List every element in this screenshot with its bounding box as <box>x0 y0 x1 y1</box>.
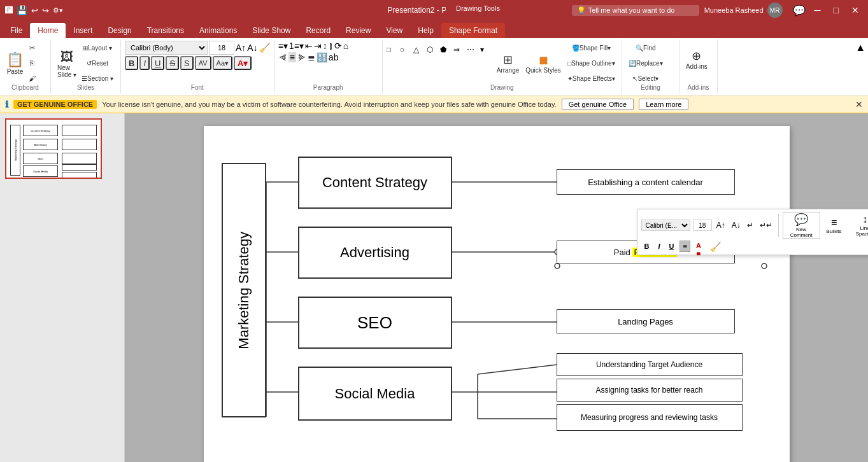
float-font-size[interactable] <box>693 220 712 231</box>
tab-help[interactable]: Help <box>410 23 441 38</box>
shadow-button[interactable]: S <box>180 56 194 70</box>
advertising-box[interactable]: Advertising <box>298 227 452 279</box>
float-line-spacing-btn[interactable]: ↕ Line Spacing <box>848 212 868 239</box>
float-new-comment-btn[interactable]: 💬 New Comment <box>783 212 820 239</box>
marketing-strategy-text: Marketing Strategy <box>236 232 252 349</box>
bold-button[interactable]: B <box>125 56 138 70</box>
get-genuine-button[interactable]: Get genuine Office <box>562 99 634 110</box>
tab-animations[interactable]: Animations <box>192 23 245 38</box>
measuring-progress-box[interactable]: Measuring progress and reviewing tasks <box>557 404 743 431</box>
social-media-box[interactable]: Social Media <box>298 367 452 421</box>
char-spacing-button[interactable]: AV <box>195 56 211 70</box>
tab-insert[interactable]: Insert <box>66 23 100 38</box>
save-icon[interactable]: 💾 <box>17 5 27 15</box>
float-indent-btn[interactable]: ↵ <box>745 220 755 230</box>
undo-icon[interactable]: ↩ <box>31 6 38 15</box>
copy-button[interactable]: ⎘ <box>26 56 38 70</box>
landing-pages-box[interactable]: Landing Pages <box>557 309 735 333</box>
numbering-btn[interactable]: 1≡▾ <box>289 41 304 51</box>
align-center-btn[interactable]: ≡ <box>288 52 296 62</box>
char-highlight-btn[interactable]: ab <box>329 52 339 62</box>
redo-icon[interactable]: ↪ <box>42 6 49 15</box>
float-increase-size-btn[interactable]: A↑ <box>715 220 727 230</box>
maximize-button[interactable]: □ <box>830 5 843 15</box>
assigning-tasks-box[interactable]: Assigning tasks for better reach <box>557 379 743 402</box>
layout-button[interactable]: ⊞ Layout ▾ <box>79 41 116 55</box>
avatar[interactable]: MR <box>767 3 783 18</box>
float-bullets-btn[interactable]: ≡ Bullets <box>823 212 846 239</box>
copy-icon: ⎘ <box>30 59 34 67</box>
decrease-indent-btn[interactable]: ⇤ <box>305 41 313 51</box>
marketing-strategy-box[interactable]: Marketing Strategy <box>222 163 266 417</box>
section-button[interactable]: ☰ Section ▾ <box>79 71 116 85</box>
info-close-button[interactable]: ✕ <box>855 99 863 109</box>
tab-shape-format[interactable]: Shape Format <box>441 23 505 38</box>
seo-box[interactable]: SEO <box>298 297 452 349</box>
reset-button[interactable]: ↺ Reset <box>79 56 116 70</box>
float-decrease-size-btn[interactable]: A↓ <box>730 220 743 230</box>
tab-review[interactable]: Review <box>338 23 378 38</box>
paste-button[interactable]: 📋 Paste <box>4 44 26 82</box>
arrange-button[interactable]: ⊞ Arrange <box>494 45 522 81</box>
float-font-color-dropdown[interactable]: A▄ <box>693 241 704 252</box>
slide-canvas[interactable]: Marketing Strategy Content Strategy Esta… <box>204 126 790 462</box>
slide-thumbnail[interactable]: Marketing Strategy Content Strategy Adve… <box>5 118 102 179</box>
tell-me-search[interactable]: 💡 Tell me what you want to do <box>572 5 699 16</box>
tab-transitions[interactable]: Transitions <box>139 23 192 38</box>
clear-format-button[interactable]: 🧹 <box>259 43 270 53</box>
close-button[interactable]: ✕ <box>848 5 863 15</box>
learn-more-button[interactable]: Learn more <box>639 99 688 110</box>
italic-button[interactable]: I <box>139 56 150 70</box>
cut-button[interactable]: ✂ <box>26 41 38 55</box>
find-button[interactable]: 🔍 Find <box>626 41 665 55</box>
bullets-btn[interactable]: ≡▾ <box>278 41 288 51</box>
minimize-button[interactable]: ─ <box>811 5 825 15</box>
decrease-font-button[interactable]: A↓ <box>247 43 257 53</box>
content-strategy-box[interactable]: Content Strategy <box>298 157 452 209</box>
text-direction-btn[interactable]: ⟳ <box>334 41 342 51</box>
understanding-target-audience-box[interactable]: Understanding Target Audience <box>557 353 743 376</box>
float-font-select[interactable]: Calibri (E... <box>641 220 690 231</box>
tab-design[interactable]: Design <box>100 23 139 38</box>
columns-btn[interactable]: ⫿ <box>329 41 333 51</box>
tab-view[interactable]: View <box>378 23 410 38</box>
tab-home[interactable]: Home <box>30 23 66 38</box>
tab-file[interactable]: File <box>3 23 30 38</box>
increase-font-button[interactable]: A↑ <box>236 43 246 53</box>
justify-btn[interactable]: ≣ <box>308 52 315 62</box>
font-size-input[interactable] <box>209 41 234 55</box>
change-case-button[interactable]: Aa▾ <box>213 56 232 70</box>
establishing-content-calendar-box[interactable]: Establishing a content calendar <box>557 169 735 195</box>
ribbon-collapse-button[interactable]: ▲ <box>853 39 868 94</box>
float-underline-btn[interactable]: U <box>666 241 678 252</box>
new-slide-button[interactable]: 🖼 NewSlide ▾ <box>55 45 79 82</box>
float-highlight-clear-btn[interactable]: 🧹 <box>707 241 724 252</box>
float-align-btn[interactable]: ≡ <box>679 241 690 252</box>
line-spacing-btn[interactable]: ↕ <box>323 41 327 51</box>
underline-button[interactable]: U <box>151 56 164 70</box>
customize-icon[interactable]: ⚙▾ <box>53 6 63 15</box>
addins-button[interactable]: ⊕ Add-ins <box>683 41 710 78</box>
tab-slideshow[interactable]: Slide Show <box>245 23 298 38</box>
smartart-btn[interactable]: ⌂ <box>343 41 348 51</box>
replace-button[interactable]: 🔄 Replace ▾ <box>626 56 665 70</box>
new-slide-icon: 🖼 <box>60 50 73 64</box>
quick-styles-button[interactable]: ◼ Quick Styles <box>523 45 564 81</box>
select-button[interactable]: ↖ Select ▾ <box>626 71 665 85</box>
shape-effects-button[interactable]: ✦ Shape Effects ▾ <box>565 71 618 85</box>
strikethrough-button[interactable]: S <box>166 56 179 70</box>
font-family-select[interactable]: Calibri (Body) <box>125 41 208 55</box>
increase-indent-btn[interactable]: ⇥ <box>314 41 322 51</box>
comments-icon[interactable]: 💬 <box>793 4 806 17</box>
shape-outline-button[interactable]: □ Shape Outline ▾ <box>565 56 618 70</box>
shape-fill-button[interactable]: 🪣 Shape Fill ▾ <box>565 41 618 55</box>
tab-record[interactable]: Record <box>298 23 338 38</box>
float-italic-btn[interactable]: I <box>655 241 663 252</box>
font-color-button[interactable]: A▾ <box>234 56 252 70</box>
align-left-btn[interactable]: ⫷ <box>278 52 287 62</box>
float-bold-btn[interactable]: B <box>641 241 653 252</box>
format-painter-button[interactable]: 🖌 <box>26 71 38 85</box>
float-outdent-btn[interactable]: ↵↵ <box>758 220 774 230</box>
align-right-btn[interactable]: ⫸ <box>297 52 306 62</box>
text-shadow-btn[interactable]: 🔡 <box>317 52 327 62</box>
